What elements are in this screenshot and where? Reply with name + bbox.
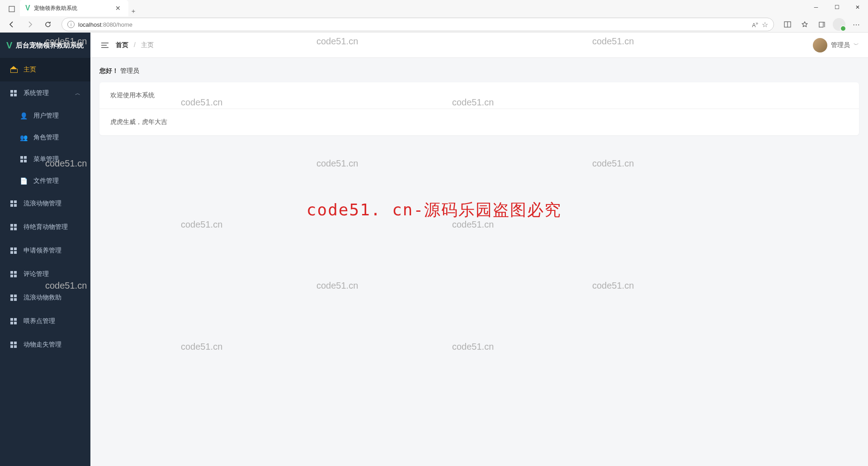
svg-rect-0 [9, 6, 14, 12]
profile-button[interactable] [831, 18, 847, 31]
forward-button[interactable] [22, 18, 38, 31]
sidebar-item-system[interactable]: 系统管理 ︿ [0, 81, 90, 105]
tab-bar: V 宠物领养救助系统 ✕ ＋ [0, 0, 868, 16]
grid-icon [10, 223, 17, 231]
user-name: 管理员 [831, 41, 850, 49]
site-info-icon[interactable]: i [67, 21, 75, 28]
url-text: localhost:8080/home [78, 21, 132, 28]
sidebar-item-role-mgmt[interactable]: 👥 角色管理 [0, 127, 90, 148]
address-bar: i localhost:8080/home A» ☆ ⋯ [0, 16, 868, 33]
home-icon [10, 66, 17, 73]
chevron-up-icon: ︿ [75, 90, 80, 97]
app-title: 后台宠物领养救助系统 [16, 41, 84, 50]
grid-icon [10, 271, 17, 278]
sidebar-item-user-mgmt[interactable]: 👤 用户管理 [0, 105, 90, 127]
user-icon: 👤 [20, 112, 27, 119]
back-button[interactable] [4, 18, 20, 31]
svg-rect-3 [819, 22, 823, 27]
sidebar-item-comment[interactable]: 评论管理 [0, 262, 90, 286]
breadcrumb: 首页 / 主页 [116, 41, 154, 49]
url-input[interactable]: i localhost:8080/home A» ☆ [61, 18, 774, 31]
close-window-button[interactable]: ✕ [847, 0, 868, 14]
vue-logo-icon: V [6, 40, 12, 51]
more-menu-button[interactable]: ⋯ [848, 18, 864, 31]
tab-list-button[interactable] [4, 2, 20, 16]
breadcrumb-separator: / [134, 41, 136, 48]
sidebar: V 后台宠物领养救助系统 主页 系统管理 ︿ 👤 用户管理 👥 角色管理 菜单管… [0, 33, 90, 466]
user-menu[interactable]: 管理员 ﹀ [813, 38, 859, 52]
sidebar-item-home[interactable]: 主页 [0, 58, 90, 81]
card-line: 虎虎生威，虎年大吉 [99, 109, 859, 135]
greeting: 您好！ 管理员 [99, 67, 859, 75]
chevron-down-icon: ﹀ [854, 41, 859, 49]
welcome-card: 欢迎使用本系统 虎虎生威，虎年大吉 [99, 82, 859, 135]
grid-icon [10, 90, 17, 97]
collections-icon[interactable] [814, 18, 830, 31]
sidebar-item-label: 角色管理 [33, 133, 59, 142]
logo: V 后台宠物领养救助系统 [0, 33, 90, 58]
sidebar-item-label: 用户管理 [33, 112, 59, 120]
grid-icon [10, 341, 17, 348]
maximize-button[interactable]: ☐ [826, 0, 847, 14]
app-root: V 后台宠物领养救助系统 主页 系统管理 ︿ 👤 用户管理 👥 角色管理 菜单管… [0, 33, 868, 466]
grid-icon [20, 156, 27, 163]
split-screen-icon[interactable] [779, 18, 796, 31]
grid-icon [10, 200, 17, 207]
read-aloud-icon[interactable]: A» [752, 21, 758, 29]
reload-button[interactable] [40, 18, 56, 31]
sidebar-item-adoption[interactable]: 申请领养管理 [0, 239, 90, 262]
role-icon: 👥 [20, 134, 27, 141]
browser-chrome: V 宠物领养救助系统 ✕ ＋ ─ ☐ ✕ i localhost:8080/ho… [0, 0, 868, 33]
new-tab-button[interactable]: ＋ [128, 6, 138, 16]
minimize-button[interactable]: ─ [806, 0, 826, 14]
close-tab-button[interactable]: ✕ [113, 3, 123, 13]
sidebar-item-neuter[interactable]: 待绝育动物管理 [0, 215, 90, 239]
sidebar-item-rescue[interactable]: 流浪动物救助 [0, 286, 90, 309]
tab-title: 宠物领养救助系统 [34, 5, 109, 12]
grid-icon [10, 318, 17, 325]
sidebar-item-label: 动物走失管理 [24, 341, 61, 349]
sidebar-item-label: 系统管理 [24, 89, 49, 97]
sidebar-item-file-mgmt[interactable]: 📄 文件管理 [0, 170, 90, 192]
menu-toggle-icon[interactable] [99, 42, 110, 48]
toolbar-actions: ⋯ [779, 18, 864, 31]
favorite-icon[interactable]: ☆ [762, 20, 768, 29]
grid-icon [10, 294, 17, 301]
sidebar-item-stray-animal[interactable]: 流浪动物管理 [0, 192, 90, 215]
sidebar-item-label: 流浪动物管理 [24, 200, 61, 208]
grid-icon [10, 247, 17, 254]
file-icon: 📄 [20, 177, 27, 185]
sidebar-item-label: 喂养点管理 [24, 317, 55, 325]
topbar: 首页 / 主页 管理员 ﹀ [90, 33, 868, 58]
sidebar-item-menu-mgmt[interactable]: 菜单管理 [0, 148, 90, 170]
sidebar-item-label: 申请领养管理 [24, 247, 61, 255]
sidebar-item-feeding[interactable]: 喂养点管理 [0, 309, 90, 333]
breadcrumb-current: 主页 [141, 41, 154, 48]
card-line: 欢迎使用本系统 [99, 82, 859, 109]
window-controls: ─ ☐ ✕ [806, 0, 868, 14]
browser-tab-active[interactable]: V 宠物领养救助系统 ✕ [20, 0, 128, 16]
sidebar-item-label: 流浪动物救助 [24, 294, 61, 302]
sidebar-item-label: 待绝育动物管理 [24, 223, 68, 231]
main-area: 首页 / 主页 管理员 ﹀ 您好！ 管理员 欢迎使用本系统 虎虎生威，虎年大吉 [90, 33, 868, 466]
content: 您好！ 管理员 欢迎使用本系统 虎虎生威，虎年大吉 [90, 58, 868, 144]
favorites-icon[interactable] [797, 18, 813, 31]
breadcrumb-root[interactable]: 首页 [116, 41, 128, 48]
vue-favicon-icon: V [25, 4, 30, 12]
avatar [813, 38, 827, 52]
sidebar-item-label: 主页 [24, 66, 36, 74]
sidebar-item-label: 评论管理 [24, 270, 49, 278]
sidebar-item-label: 菜单管理 [33, 155, 59, 163]
sidebar-item-lost[interactable]: 动物走失管理 [0, 333, 90, 357]
sidebar-item-label: 文件管理 [33, 177, 59, 185]
